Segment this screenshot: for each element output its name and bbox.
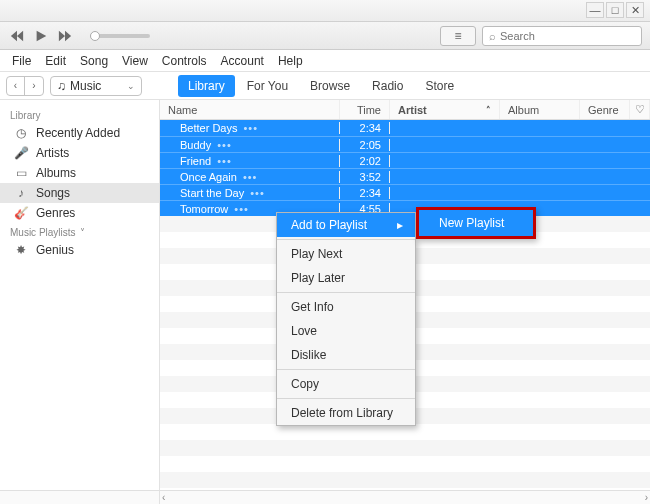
col-artist[interactable]: Artist˄ (390, 100, 500, 119)
tab-library[interactable]: Library (178, 75, 235, 97)
table-row[interactable]: Start the Day •••2:34 (160, 184, 650, 200)
volume-knob[interactable] (90, 31, 100, 41)
menu-get-info[interactable]: Get Info (277, 295, 415, 319)
more-icon[interactable]: ••• (217, 139, 232, 151)
close-button[interactable]: ✕ (626, 2, 644, 18)
col-love[interactable]: ♡ (630, 100, 650, 119)
sidebar-item-albums[interactable]: ▭Albums (0, 163, 159, 183)
next-button[interactable] (56, 28, 74, 44)
source-selector[interactable]: ♫Music ⌄ (50, 76, 142, 96)
sidebar-item-songs[interactable]: ♪Songs (0, 183, 159, 203)
tab-foryou[interactable]: For You (237, 75, 298, 97)
sidebar-item-genres[interactable]: 🎸Genres (0, 203, 159, 223)
menu-separator (277, 398, 415, 399)
scroll-left-icon[interactable]: ‹ (162, 492, 165, 503)
cell-time: 2:05 (340, 139, 390, 151)
menu-play-next[interactable]: Play Next (277, 242, 415, 266)
cell-time: 2:34 (340, 122, 390, 134)
music-note-icon: ♫ (57, 79, 66, 93)
volume-slider[interactable] (90, 34, 150, 38)
col-genre[interactable]: Genre (580, 100, 630, 119)
cell-time: 3:52 (340, 171, 390, 183)
song-list-pane: Name Time Artist˄ Album Genre ♡ Better D… (160, 100, 650, 490)
sidebar-item-recently-added[interactable]: ◷Recently Added (0, 123, 159, 143)
more-icon[interactable]: ••• (217, 155, 232, 167)
back-button[interactable]: ‹ (7, 77, 25, 95)
menu-help[interactable]: Help (272, 51, 309, 71)
menu-account[interactable]: Account (215, 51, 270, 71)
more-icon[interactable]: ••• (250, 187, 265, 199)
heart-icon: ♡ (635, 103, 645, 116)
cell-time: 2:34 (340, 187, 390, 199)
menu-file[interactable]: File (6, 51, 37, 71)
previous-button[interactable] (8, 28, 26, 44)
note-icon: ♪ (14, 186, 28, 200)
cell-name: Friend ••• (160, 155, 340, 167)
sidebar-item-label: Recently Added (36, 126, 120, 140)
menu-separator (277, 292, 415, 293)
table-row[interactable]: Better Days •••2:34 (160, 120, 650, 136)
sort-indicator-icon: ˄ (486, 105, 491, 115)
table-row[interactable]: Friend •••2:02 (160, 152, 650, 168)
col-album[interactable]: Album (500, 100, 580, 119)
cell-name: Buddy ••• (160, 139, 340, 151)
genre-icon: 🎸 (14, 206, 28, 220)
tab-store[interactable]: Store (415, 75, 464, 97)
genius-icon: ✸ (14, 243, 28, 257)
titlebar: — □ ✕ (0, 0, 650, 22)
sidebar-item-genius[interactable]: ✸Genius (0, 240, 159, 260)
sidebar-playlists-header[interactable]: Music Playlists˅ (0, 223, 159, 240)
sidebar-item-artists[interactable]: 🎤Artists (0, 143, 159, 163)
empty-row (160, 472, 650, 488)
more-icon[interactable]: ••• (243, 171, 258, 183)
col-name[interactable]: Name (160, 100, 340, 119)
clock-icon: ◷ (14, 126, 28, 140)
menu-song[interactable]: Song (74, 51, 114, 71)
sidebar-item-label: Albums (36, 166, 76, 180)
menu-copy[interactable]: Copy (277, 372, 415, 396)
source-label: Music (70, 79, 101, 93)
col-time[interactable]: Time (340, 100, 390, 119)
cell-name: Start the Day ••• (160, 187, 340, 199)
cell-name: Once Again ••• (160, 171, 340, 183)
menu-view[interactable]: View (116, 51, 154, 71)
empty-row (160, 488, 650, 490)
menu-edit[interactable]: Edit (39, 51, 72, 71)
search-icon: ⌕ (489, 30, 496, 42)
chevron-down-icon: ˅ (80, 227, 85, 238)
more-icon[interactable]: ••• (243, 122, 258, 134)
tab-radio[interactable]: Radio (362, 75, 413, 97)
menu-delete[interactable]: Delete from Library (277, 401, 415, 425)
playlist-submenu: New Playlist (416, 207, 536, 239)
menu-love[interactable]: Love (277, 319, 415, 343)
more-icon[interactable]: ••• (234, 203, 249, 215)
scroll-right-icon[interactable]: › (645, 492, 648, 503)
maximize-button[interactable]: □ (606, 2, 624, 18)
view-tabs: Library For You Browse Radio Store (178, 75, 464, 97)
empty-row (160, 456, 650, 472)
column-headers: Name Time Artist˄ Album Genre ♡ (160, 100, 650, 120)
menu-dislike[interactable]: Dislike (277, 343, 415, 367)
tab-browse[interactable]: Browse (300, 75, 360, 97)
sidebar-library-header: Library (0, 106, 159, 123)
horizontal-scrollbar[interactable]: ‹ › (160, 491, 650, 504)
sidebar-item-label: Genres (36, 206, 75, 220)
empty-row (160, 440, 650, 456)
player-toolbar: ≡ ⌕ (0, 22, 650, 50)
forward-button[interactable]: › (25, 77, 43, 95)
search-input[interactable] (500, 30, 635, 42)
menu-play-later[interactable]: Play Later (277, 266, 415, 290)
table-row[interactable]: Once Again •••3:52 (160, 168, 650, 184)
submenu-new-playlist[interactable]: New Playlist (419, 210, 533, 236)
menu-controls[interactable]: Controls (156, 51, 213, 71)
minimize-button[interactable]: — (586, 2, 604, 18)
submenu-arrow-icon: ▸ (397, 218, 403, 232)
search-field[interactable]: ⌕ (482, 26, 642, 46)
play-button[interactable] (32, 28, 50, 44)
table-row[interactable]: Buddy •••2:05 (160, 136, 650, 152)
view-toggle-button[interactable]: ≡ (440, 26, 476, 46)
dropdown-icon: ⌄ (127, 81, 135, 91)
cell-time: 2:02 (340, 155, 390, 167)
menu-add-to-playlist[interactable]: Add to Playlist▸ (277, 213, 415, 237)
menubar: File Edit Song View Controls Account Hel… (0, 50, 650, 72)
